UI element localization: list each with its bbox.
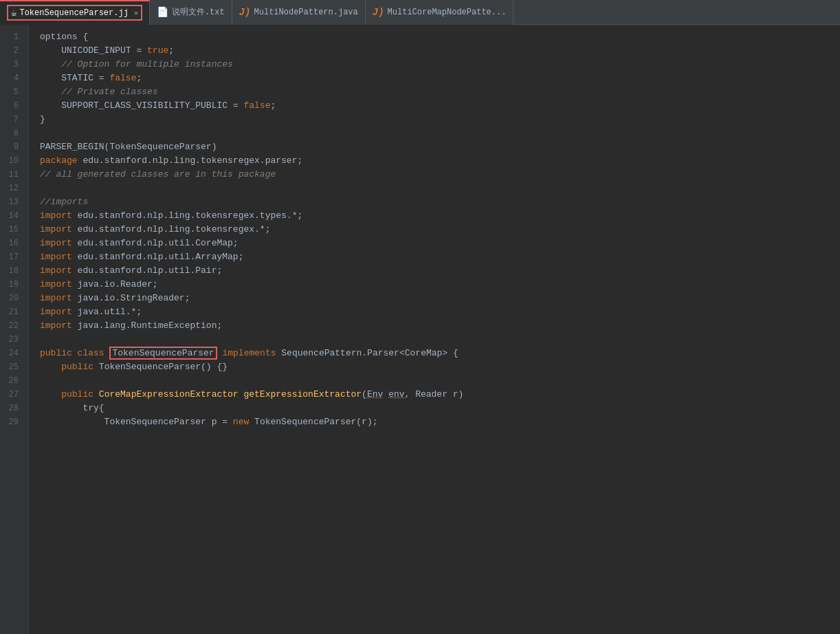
- line-num-3: 3: [0, 58, 23, 72]
- code-line-18: import edu.stanford.nlp.util.Pair;: [40, 264, 840, 278]
- editor-container: 1 2 3 4 5 6 7 8 9 10 11 12 13 14 15 16 1…: [0, 25, 840, 634]
- tab4-label: MultiCoreMapNodePatte...: [388, 8, 507, 17]
- code-line-29: TokenSequenceParser p = new TokenSequenc…: [40, 415, 840, 429]
- code-line-9: PARSER_BEGIN(TokenSequenceParser): [40, 140, 840, 154]
- line-num-15: 15: [0, 223, 23, 237]
- line-num-28: 28: [0, 402, 23, 415]
- code-line-5: // Private classes: [40, 85, 840, 99]
- code-line-15: import edu.stanford.nlp.ling.tokensregex…: [40, 223, 840, 237]
- code-line-10: package edu.stanford.nlp.ling.tokensrege…: [40, 154, 840, 168]
- tab-multinodepattern[interactable]: J) MultiNodePattern.java: [232, 0, 366, 25]
- code-line-25: public TokenSequenceParser() {}: [40, 360, 840, 374]
- line-num-17: 17: [0, 250, 23, 264]
- line-num-13: 13: [0, 195, 23, 209]
- line-num-4: 4: [0, 72, 23, 85]
- code-line-24: public class TokenSequenceParser impleme…: [40, 347, 840, 360]
- tab-multicoremapnodepatte[interactable]: J) MultiCoreMapNodePatte...: [366, 0, 514, 25]
- line-num-23: 23: [0, 333, 23, 347]
- code-line-13: //imports: [40, 195, 840, 209]
- line-num-19: 19: [0, 278, 23, 292]
- code-line-28: try{: [40, 402, 840, 415]
- code-line-17: import edu.stanford.nlp.util.ArrayMap;: [40, 250, 840, 264]
- code-line-2: UNICODE_INPUT = true;: [40, 44, 840, 58]
- code-line-6: SUPPORT_CLASS_VISIBILITY_PUBLIC = false;: [40, 99, 840, 113]
- line-num-25: 25: [0, 360, 23, 374]
- tab3-icon: J): [239, 7, 251, 18]
- tab1-label: TokenSequenceParser.jj: [19, 8, 128, 18]
- line-num-1: 1: [0, 30, 23, 44]
- line-num-9: 9: [0, 140, 23, 154]
- code-line-8: [40, 127, 840, 140]
- line-num-14: 14: [0, 209, 23, 223]
- code-line-20: import java.io.StringReader;: [40, 292, 840, 305]
- code-line-3: // Option for multiple instances: [40, 58, 840, 72]
- line-num-26: 26: [0, 374, 23, 388]
- code-line-4: STATIC = false;: [40, 72, 840, 85]
- line-num-8: 8: [0, 127, 23, 140]
- tab3-label: MultiNodePattern.java: [254, 8, 358, 17]
- line-num-7: 7: [0, 113, 23, 127]
- code-line-23: [40, 333, 840, 347]
- line-num-27: 27: [0, 388, 23, 402]
- code-line-21: import java.util.*;: [40, 305, 840, 319]
- code-line-19: import java.io.Reader;: [40, 278, 840, 292]
- code-line-1: options {: [40, 30, 840, 44]
- line-num-21: 21: [0, 305, 23, 319]
- code-line-12: [40, 182, 840, 195]
- line-num-11: 11: [0, 168, 23, 182]
- code-line-7: }: [40, 113, 840, 127]
- tab1-close[interactable]: ✕: [134, 9, 138, 17]
- code-line-16: import edu.stanford.nlp.util.CoreMap;: [40, 237, 840, 250]
- line-num-16: 16: [0, 237, 23, 250]
- code-line-26: [40, 374, 840, 388]
- code-line-27: public CoreMapExpressionExtractor getExp…: [40, 388, 840, 402]
- line-num-12: 12: [0, 182, 23, 195]
- line-num-22: 22: [0, 319, 23, 333]
- tab-bar: ☕ TokenSequenceParser.jj ✕ 📄 说明文件.txt J)…: [0, 0, 840, 25]
- line-num-20: 20: [0, 292, 23, 305]
- line-num-24: 24: [0, 347, 23, 360]
- code-line-22: import java.lang.RuntimeException;: [40, 319, 840, 333]
- line-num-5: 5: [0, 85, 23, 99]
- code-line-14: import edu.stanford.nlp.ling.tokensregex…: [40, 209, 840, 223]
- tab-shuomingwenjian[interactable]: 📄 说明文件.txt: [150, 0, 232, 25]
- line-num-6: 6: [0, 99, 23, 113]
- line-num-29: 29: [0, 415, 23, 429]
- code-area[interactable]: options { UNICODE_INPUT = true; // Optio…: [29, 25, 840, 634]
- tab2-label: 说明文件.txt: [172, 6, 225, 18]
- code-line-11: // all generated classes are in this pac…: [40, 168, 840, 182]
- tab-tokensequenceparser[interactable]: ☕ TokenSequenceParser.jj ✕: [0, 0, 150, 25]
- line-num-18: 18: [0, 264, 23, 278]
- tab2-icon: 📄: [157, 6, 168, 18]
- tab4-icon: J): [373, 7, 384, 18]
- line-num-10: 10: [0, 154, 23, 168]
- tab1-icon: ☕: [11, 7, 16, 19]
- line-num-2: 2: [0, 44, 23, 58]
- line-numbers: 1 2 3 4 5 6 7 8 9 10 11 12 13 14 15 16 1…: [0, 25, 29, 634]
